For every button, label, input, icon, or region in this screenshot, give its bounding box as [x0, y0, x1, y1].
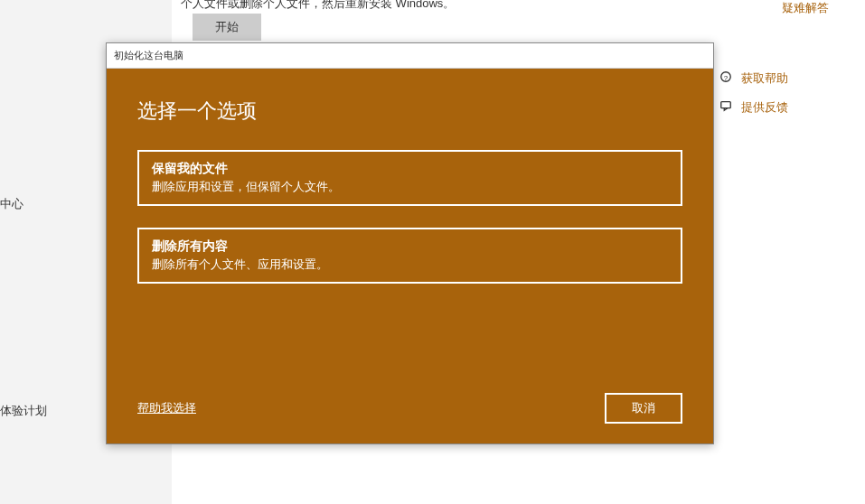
dialog-window-title: 初始化这台电脑: [114, 49, 183, 62]
option-remove-everything-desc: 删除所有个人文件、应用和设置。: [152, 257, 668, 273]
option-remove-everything[interactable]: 删除所有内容 删除所有个人文件、应用和设置。: [137, 228, 682, 284]
svg-rect-2: [721, 102, 731, 108]
give-feedback-link[interactable]: 提供反馈: [741, 99, 788, 116]
start-reset-button[interactable]: 开始: [193, 14, 261, 41]
svg-text:?: ?: [724, 74, 729, 82]
help-me-choose-link[interactable]: 帮助我选择: [137, 400, 196, 416]
left-nav-item-partial-1[interactable]: 中心: [0, 196, 24, 212]
dialog-footer: 帮助我选择 取消: [137, 393, 682, 424]
reset-pc-dialog: 初始化这台电脑 选择一个选项 保留我的文件 删除应用和设置，但保留个人文件。 删…: [106, 42, 714, 444]
get-help-link[interactable]: 获取帮助: [741, 70, 788, 87]
troubleshoot-link[interactable]: 疑难解答: [782, 0, 829, 16]
option-remove-everything-title: 删除所有内容: [152, 238, 668, 255]
option-keep-files-title: 保留我的文件: [152, 161, 668, 177]
cancel-button[interactable]: 取消: [605, 393, 682, 424]
left-nav-item-partial-2[interactable]: 体验计划: [0, 403, 47, 419]
dialog-titlebar: 初始化这台电脑: [107, 43, 713, 69]
dialog-body: 选择一个选项 保留我的文件 删除应用和设置，但保留个人文件。 删除所有内容 删除…: [107, 69, 713, 443]
option-keep-files[interactable]: 保留我的文件 删除应用和设置，但保留个人文件。: [137, 150, 682, 206]
help-icon: ?: [719, 70, 732, 86]
feedback-icon: [719, 99, 732, 115]
background-description-fragment: 个人文件或删除个人文件，然后重新安装 Windows。: [181, 0, 455, 12]
dialog-heading: 选择一个选项: [137, 98, 682, 125]
option-keep-files-desc: 删除应用和设置，但保留个人文件。: [152, 179, 668, 195]
